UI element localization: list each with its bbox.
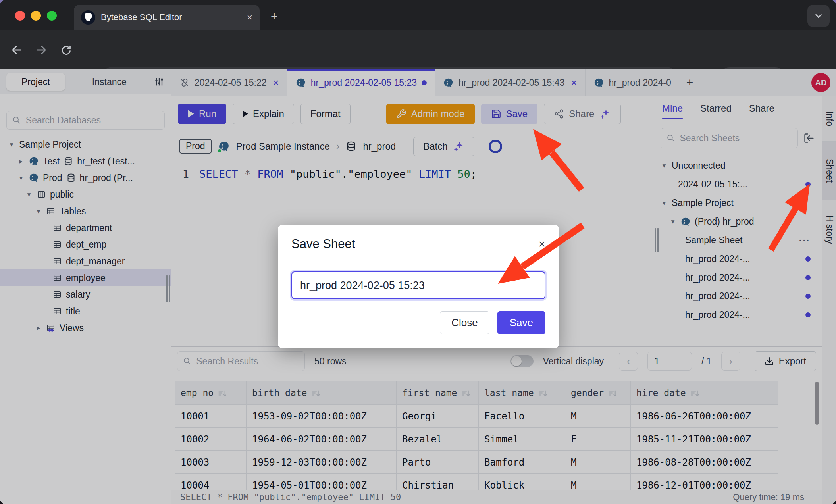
results-search[interactable] (177, 351, 305, 371)
tab-sheet[interactable]: Sheet (822, 142, 836, 200)
share-button[interactable]: Share (544, 104, 621, 124)
sheet-group-project[interactable]: ▾ Sample Project (653, 194, 822, 212)
prev-page-button[interactable]: ‹ (619, 352, 638, 371)
user-avatar[interactable]: AD (811, 73, 830, 92)
format-button[interactable]: Format (300, 104, 351, 124)
tab-info[interactable]: Info (822, 96, 836, 142)
chevron-down-icon[interactable]: ▾ (25, 190, 33, 199)
results-search-input[interactable] (196, 356, 299, 367)
instance-name[interactable]: Prod Sample Instance (236, 141, 330, 152)
sheet-item[interactable]: Sample Sheet ··· (653, 231, 822, 250)
sort-icon[interactable] (538, 389, 547, 397)
tree-item-table-dept-manager[interactable]: dept_manager (0, 253, 171, 269)
sheet-name-input[interactable]: hr_prod 2024-02-05 15:23 (291, 271, 545, 299)
table-row[interactable]: 10002 1964-06-02T00:00:00Z Bezalel Simme… (175, 428, 778, 451)
maximize-window-button[interactable] (47, 11, 57, 21)
tab-starred[interactable]: Starred (700, 103, 732, 114)
chevron-right-icon[interactable]: ▸ (17, 157, 25, 165)
chevron-down-icon[interactable]: ▾ (17, 174, 25, 182)
sheet-group-database[interactable]: ▾ (Prod) hr_prod (653, 212, 822, 231)
results-table-container[interactable]: emp_no birth_date first_name (171, 381, 822, 490)
add-sheet-tab-button[interactable]: + (679, 69, 701, 96)
explain-button[interactable]: Explain (233, 104, 294, 124)
tab-project[interactable]: Project (6, 73, 65, 91)
column-header[interactable]: birth_date (247, 381, 397, 405)
tree-item-schema-public[interactable]: ▾ public (0, 186, 171, 203)
tree-item-table-title[interactable]: title (0, 303, 171, 319)
table-scrollbar[interactable] (815, 382, 819, 425)
export-button[interactable]: Export (755, 351, 816, 371)
sidebar-resize-handle[interactable] (166, 275, 170, 302)
table-row[interactable]: 10004 1954-05-01T00:00:00Z Chirstian Kob… (175, 474, 778, 491)
filter-settings-icon[interactable] (154, 76, 165, 87)
sheet-item[interactable]: hr_prod 2024-... (653, 268, 822, 287)
sort-icon[interactable] (311, 389, 320, 397)
sheet-tab-0[interactable]: 2024-02-05 15:22 × (171, 69, 287, 96)
page-input[interactable] (647, 352, 692, 371)
column-header[interactable]: first_name (397, 381, 479, 405)
chevron-down-icon[interactable]: ▾ (35, 207, 42, 215)
sheet-search-input[interactable] (680, 133, 792, 144)
tab-close-icon[interactable]: × (247, 12, 252, 23)
tab-share[interactable]: Share (749, 103, 774, 114)
reload-icon[interactable] (58, 42, 74, 58)
window-controls[interactable] (15, 11, 57, 21)
tree-item-tables[interactable]: ▾ Tables (0, 203, 171, 219)
tree-item-views[interactable]: ▸ Views (0, 319, 171, 336)
column-header[interactable]: emp_no (175, 381, 247, 405)
dialog-save-button[interactable]: Save (497, 311, 545, 334)
table-row[interactable]: 10003 1959-12-03T00:00:00Z Parto Bamford… (175, 451, 778, 474)
tab-instance[interactable]: Instance (75, 77, 143, 87)
minimize-window-button[interactable] (31, 11, 41, 21)
tab-mine[interactable]: Mine (662, 103, 683, 114)
chevron-down-icon[interactable]: ▾ (8, 140, 15, 149)
sort-icon[interactable] (690, 389, 699, 397)
close-button[interactable]: Close (440, 311, 489, 334)
column-header[interactable]: last_name (479, 381, 565, 405)
sheet-group-unconnected[interactable]: ▾ Unconnected (653, 156, 822, 175)
sheet-tab-3[interactable]: hr_prod 2024-0 (586, 69, 679, 96)
database-search-input[interactable] (26, 115, 159, 126)
database-name[interactable]: hr_prod (363, 141, 396, 152)
tree-item-table-department[interactable]: department (0, 219, 171, 236)
close-icon[interactable]: × (538, 237, 545, 251)
column-header[interactable]: gender (565, 381, 631, 405)
chevron-down-icon[interactable]: ▾ (669, 217, 676, 226)
sheet-search[interactable] (661, 128, 798, 148)
tab-search-button[interactable] (807, 5, 830, 27)
chevron-down-icon[interactable]: ▾ (661, 162, 668, 170)
run-button[interactable]: Run (178, 104, 226, 124)
close-tab-icon[interactable]: × (571, 77, 577, 89)
tree-item-project[interactable]: ▾ Sample Project (0, 136, 171, 153)
tree-item-prod-db[interactable]: ▾ Prod hr_prod (Pr... (0, 169, 171, 186)
tree-item-test-db[interactable]: ▸ Test hr_test (Test... (0, 153, 171, 169)
tab-history[interactable]: History (822, 200, 836, 259)
panel-resize-handle[interactable] (655, 228, 659, 252)
tree-item-table-dept-emp[interactable]: dept_emp (0, 236, 171, 253)
batch-button[interactable]: Batch (413, 137, 474, 156)
chevron-down-icon[interactable]: ▾ (661, 199, 668, 207)
sort-icon[interactable] (608, 389, 616, 397)
tree-item-table-employee[interactable]: employee (0, 269, 171, 286)
forward-icon[interactable] (33, 42, 49, 58)
table-row[interactable]: 10001 1953-09-02T00:00:00Z Georgi Facell… (175, 405, 778, 428)
sheet-tab-1-active[interactable]: hr_prod 2024-02-05 15:23 (287, 69, 435, 96)
tree-item-table-salary[interactable]: salary (0, 286, 171, 303)
sheet-tab-2[interactable]: hr_prod 2024-02-05 15:43 × (435, 69, 585, 96)
column-header[interactable]: hire_date (631, 381, 778, 405)
sheet-item[interactable]: 2024-02-05 15:... (653, 175, 822, 194)
browser-tab[interactable]: Bytebase SQL Editor × (74, 5, 260, 30)
more-menu-icon[interactable]: ··· (799, 236, 811, 245)
sheet-item[interactable]: hr_prod 2024-... (653, 306, 822, 324)
sheet-item[interactable]: hr_prod 2024-... (653, 250, 822, 268)
new-tab-button[interactable]: + (271, 10, 278, 23)
close-tab-icon[interactable]: × (273, 77, 279, 89)
database-search[interactable] (6, 111, 165, 130)
close-window-button[interactable] (15, 11, 25, 21)
sheet-item[interactable]: hr_prod 2024-... (653, 287, 822, 306)
sort-icon[interactable] (218, 389, 226, 397)
collapse-panel-icon[interactable] (803, 133, 815, 144)
admin-mode-button[interactable]: Admin mode (386, 104, 475, 124)
vertical-display-toggle[interactable] (510, 355, 534, 367)
sort-icon[interactable] (461, 389, 470, 397)
